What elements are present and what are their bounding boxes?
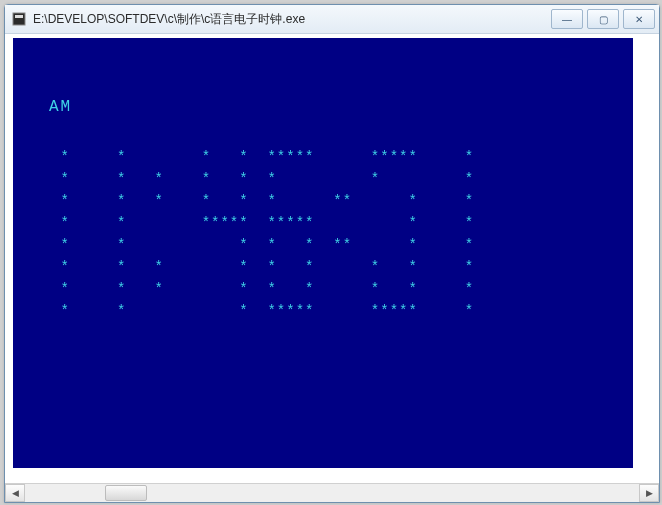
maximize-button[interactable]: ▢ — [587, 9, 619, 29]
digit-row: * * * * ***** ***** * — [23, 146, 623, 168]
app-window: E:\DEVELOP\SOFTDEV\c\制作\c语言电子时钟.exe — ▢ … — [4, 4, 660, 503]
titlebar[interactable]: E:\DEVELOP\SOFTDEV\c\制作\c语言电子时钟.exe — ▢ … — [5, 5, 659, 34]
horizontal-scrollbar[interactable]: ◀ ▶ — [5, 483, 659, 502]
scroll-thumb[interactable] — [105, 485, 147, 501]
scroll-track[interactable] — [25, 484, 639, 502]
digit-row: * * * * * * ** * * — [23, 190, 623, 212]
scroll-left-button[interactable]: ◀ — [5, 484, 25, 502]
close-button[interactable]: ✕ — [623, 9, 655, 29]
digit-row: * * * * * ** * * — [23, 234, 623, 256]
ampm-label: AM — [49, 96, 623, 118]
app-icon — [11, 11, 27, 27]
digit-row: * * ***** ***** * * — [23, 212, 623, 234]
digit-row: * * * ***** ***** * — [23, 300, 623, 322]
svg-rect-0 — [13, 13, 25, 25]
digit-row: * * * * * * * * * — [23, 278, 623, 300]
client-area: AM * * * * ***** ***** * * * * * * * * *… — [5, 34, 659, 502]
digit-row: * * * * * * * * * — [23, 256, 623, 278]
minimize-button[interactable]: — — [551, 9, 583, 29]
scroll-right-button[interactable]: ▶ — [639, 484, 659, 502]
window-title: E:\DEVELOP\SOFTDEV\c\制作\c语言电子时钟.exe — [33, 11, 551, 28]
svg-rect-1 — [15, 15, 23, 18]
digit-row: * * * * * * * * — [23, 168, 623, 190]
console-output: AM * * * * ***** ***** * * * * * * * * *… — [13, 38, 633, 468]
window-buttons: — ▢ ✕ — [551, 9, 655, 29]
